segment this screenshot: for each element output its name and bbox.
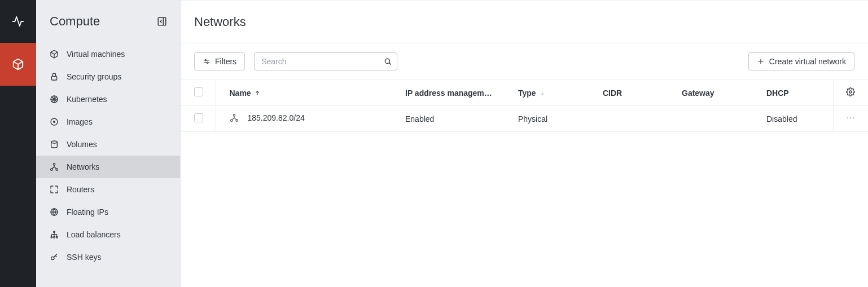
row-cidr: [596, 106, 675, 132]
sidebar-item-label: Security groups: [67, 72, 121, 81]
row-ipam: Enabled: [398, 106, 511, 132]
sidebar-item-ssh-keys[interactable]: SSH keys: [36, 246, 180, 268]
sidebar-item-label: Floating IPs: [67, 207, 108, 217]
table-row[interactable]: 185.209.82.0/24 Enabled Physical Disable…: [181, 106, 868, 132]
select-all-checkbox[interactable]: [194, 87, 203, 96]
sidebar-item-label: Images: [67, 117, 93, 126]
sidebar-item-networks[interactable]: Networks: [36, 156, 180, 178]
svg-point-31: [207, 62, 208, 63]
row-type: Physical: [511, 106, 596, 132]
sidebar-item-kubernetes[interactable]: Kubernetes: [36, 88, 180, 111]
sidebar-item-floating-ips[interactable]: Floating IPs: [36, 201, 180, 223]
network-icon: [230, 113, 239, 122]
column-type[interactable]: Type: [511, 80, 596, 106]
svg-point-44: [853, 117, 854, 119]
svg-point-16: [54, 121, 55, 123]
column-cidr-label: CIDR: [603, 89, 622, 98]
column-name-label: Name: [230, 89, 251, 98]
collapse-icon: [157, 16, 167, 27]
svg-line-14: [55, 97, 56, 99]
rail-item-status[interactable]: [0, 0, 36, 43]
sidebar-item-images[interactable]: Images: [36, 111, 180, 133]
column-type-label: Type: [518, 89, 536, 98]
sliders-icon: [203, 58, 211, 65]
column-ipam-label: IP address managem…: [405, 89, 492, 98]
more-icon: [845, 113, 856, 123]
column-settings[interactable]: [833, 80, 868, 106]
activity-icon: [12, 15, 24, 28]
main-content: Networks Filters Create virtual network …: [181, 0, 868, 287]
sidebar: Compute Virtual machines Security groups…: [36, 0, 181, 287]
svg-rect-4: [51, 76, 56, 80]
sidebar-item-label: Networks: [67, 162, 99, 171]
svg-line-13: [52, 100, 54, 101]
key-icon: [50, 253, 59, 262]
plus-icon: [757, 58, 765, 65]
networks-table: Name IP address managem… Type CIDR Gatew…: [181, 80, 868, 132]
sidebar-item-label: Volumes: [67, 140, 97, 149]
cube-icon: [50, 50, 59, 59]
disc-icon: [50, 117, 59, 126]
expand-icon: [50, 185, 59, 194]
globe-icon: [50, 207, 59, 217]
page-title: Networks: [194, 15, 246, 29]
svg-rect-1: [158, 17, 166, 25]
column-gateway-label: Gateway: [682, 89, 714, 98]
row-dhcp: Disabled: [760, 106, 833, 132]
filters-button[interactable]: Filters: [194, 52, 245, 70]
rail-item-compute[interactable]: [0, 43, 36, 86]
sidebar-title: Compute: [50, 14, 100, 29]
column-gateway[interactable]: Gateway: [675, 80, 760, 106]
column-dhcp[interactable]: DHCP: [760, 80, 833, 106]
row-checkbox[interactable]: [194, 113, 203, 122]
column-ipam[interactable]: IP address managem…: [398, 80, 511, 106]
column-dhcp-label: DHCP: [766, 89, 789, 98]
column-name[interactable]: Name: [216, 80, 398, 106]
sidebar-item-virtual-machines[interactable]: Virtual machines: [36, 43, 180, 65]
sort-asc-icon: [255, 90, 260, 96]
sidebar-item-label: Virtual machines: [67, 50, 125, 59]
svg-line-33: [389, 63, 391, 65]
nav-list: Virtual machines Security groups Kuberne…: [36, 43, 180, 268]
column-checkbox: [181, 80, 216, 106]
svg-point-17: [51, 141, 58, 143]
sidebar-item-label: Kubernetes: [67, 95, 107, 104]
sort-desc-icon: [540, 90, 545, 96]
filters-button-label: Filters: [215, 57, 236, 66]
svg-point-38: [849, 91, 852, 93]
svg-point-42: [847, 117, 849, 119]
search-wrap: [254, 52, 397, 70]
create-virtual-network-button[interactable]: Create virtual network: [748, 52, 854, 70]
sidebar-item-routers[interactable]: Routers: [36, 178, 180, 201]
toolbar: Filters Create virtual network: [181, 43, 868, 80]
drive-icon: [50, 140, 59, 149]
sitemap-icon: [50, 230, 59, 239]
sidebar-item-volumes[interactable]: Volumes: [36, 133, 180, 156]
search-icon[interactable]: [384, 58, 392, 65]
sidebar-item-label: Routers: [67, 185, 94, 194]
lock-icon: [50, 72, 59, 81]
sidebar-item-load-balancers[interactable]: Load balancers: [36, 223, 180, 246]
row-gateway: [675, 106, 760, 132]
column-cidr[interactable]: CIDR: [596, 80, 675, 106]
svg-point-30: [205, 60, 206, 61]
network-icon: [50, 162, 59, 171]
box-icon: [12, 58, 24, 70]
row-name: 185.209.82.0/24: [248, 113, 305, 122]
sidebar-header: Compute: [36, 0, 180, 43]
helm-icon: [50, 95, 59, 104]
sidebar-item-security-groups[interactable]: Security groups: [36, 65, 180, 88]
page-header: Networks: [181, 1, 868, 43]
gear-icon: [846, 87, 855, 96]
row-actions-button[interactable]: [845, 113, 856, 123]
svg-line-11: [52, 97, 54, 99]
icon-rail: [0, 0, 36, 287]
sidebar-item-label: Load balancers: [67, 230, 121, 239]
collapse-sidebar-button[interactable]: [156, 16, 168, 27]
sidebar-item-label: SSH keys: [67, 253, 101, 262]
svg-line-12: [55, 100, 56, 101]
search-input[interactable]: [254, 52, 397, 70]
create-button-label: Create virtual network: [769, 57, 846, 66]
svg-point-43: [850, 117, 852, 119]
